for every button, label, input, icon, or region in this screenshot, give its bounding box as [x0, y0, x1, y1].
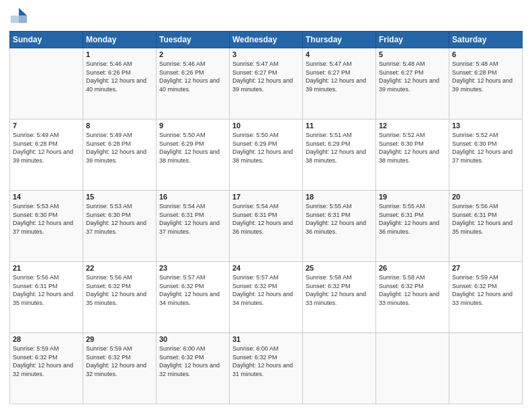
calendar-cell: 27Sunrise: 5:59 AMSunset: 6:32 PMDayligh…: [449, 262, 523, 333]
calendar-cell: [10, 48, 83, 120]
cell-info: Sunrise: 5:58 AMSunset: 6:32 PMDaylight:…: [379, 273, 446, 307]
day-number: 20: [452, 193, 519, 201]
cell-info: Sunrise: 6:00 AMSunset: 6:32 PMDaylight:…: [159, 345, 226, 378]
calendar-body: 1Sunrise: 5:46 AMSunset: 6:26 PMDaylight…: [10, 48, 523, 404]
cell-info: Sunrise: 5:46 AMSunset: 6:26 PMDaylight:…: [86, 60, 153, 93]
calendar-cell: 14Sunrise: 5:53 AMSunset: 6:30 PMDayligh…: [10, 191, 83, 262]
day-number: 21: [13, 264, 80, 272]
calendar-cell: 24Sunrise: 5:57 AMSunset: 6:32 PMDayligh…: [230, 262, 303, 333]
calendar-cell: 10Sunrise: 5:50 AMSunset: 6:29 PMDayligh…: [230, 120, 303, 191]
day-header-monday: Monday: [83, 32, 157, 48]
calendar-cell: 28Sunrise: 5:59 AMSunset: 6:32 PMDayligh…: [10, 333, 83, 404]
cell-info: Sunrise: 5:52 AMSunset: 6:30 PMDaylight:…: [452, 131, 519, 165]
header: [9, 7, 523, 26]
cell-info: Sunrise: 5:49 AMSunset: 6:28 PMDaylight:…: [13, 131, 80, 165]
calendar-cell: 26Sunrise: 5:58 AMSunset: 6:32 PMDayligh…: [376, 262, 449, 333]
day-number: 5: [379, 50, 446, 58]
cell-info: Sunrise: 5:59 AMSunset: 6:32 PMDaylight:…: [452, 273, 519, 307]
calendar-cell: [449, 333, 523, 404]
calendar-cell: 18Sunrise: 5:55 AMSunset: 6:31 PMDayligh…: [303, 191, 376, 262]
cell-info: Sunrise: 5:48 AMSunset: 6:27 PMDaylight:…: [379, 60, 446, 93]
calendar-cell: 9Sunrise: 5:50 AMSunset: 6:29 PMDaylight…: [157, 120, 230, 191]
calendar-cell: [303, 333, 376, 404]
day-number: 8: [86, 122, 153, 130]
cell-info: Sunrise: 5:50 AMSunset: 6:29 PMDaylight:…: [232, 131, 300, 165]
calendar-cell: 19Sunrise: 5:55 AMSunset: 6:31 PMDayligh…: [376, 191, 449, 262]
day-number: 29: [86, 335, 153, 343]
day-header-sunday: Sunday: [10, 32, 83, 48]
svg-marker-2: [11, 15, 19, 23]
day-number: 10: [232, 122, 300, 130]
cell-info: Sunrise: 5:48 AMSunset: 6:28 PMDaylight:…: [452, 60, 519, 93]
day-number: 30: [159, 335, 226, 343]
day-number: 19: [379, 193, 446, 201]
day-number: 17: [232, 193, 300, 201]
cell-info: Sunrise: 5:56 AMSunset: 6:32 PMDaylight:…: [86, 273, 153, 307]
calendar-cell: 20Sunrise: 5:56 AMSunset: 6:31 PMDayligh…: [449, 191, 523, 262]
calendar-cell: 23Sunrise: 5:57 AMSunset: 6:32 PMDayligh…: [157, 262, 230, 333]
day-header-row: SundayMondayTuesdayWednesdayThursdayFrid…: [10, 32, 523, 48]
cell-info: Sunrise: 5:49 AMSunset: 6:28 PMDaylight:…: [86, 131, 153, 165]
calendar-cell: 17Sunrise: 5:54 AMSunset: 6:31 PMDayligh…: [230, 191, 303, 262]
calendar-cell: 22Sunrise: 5:56 AMSunset: 6:32 PMDayligh…: [83, 262, 157, 333]
day-number: 13: [452, 122, 519, 130]
cell-info: Sunrise: 5:53 AMSunset: 6:30 PMDaylight:…: [86, 202, 153, 236]
calendar-cell: 13Sunrise: 5:52 AMSunset: 6:30 PMDayligh…: [449, 120, 523, 191]
day-number: 28: [13, 335, 80, 343]
day-number: 31: [232, 335, 300, 343]
svg-marker-0: [19, 8, 27, 15]
calendar-header: SundayMondayTuesdayWednesdayThursdayFrid…: [10, 32, 523, 48]
day-number: 23: [159, 264, 226, 272]
cell-info: Sunrise: 5:53 AMSunset: 6:30 PMDaylight:…: [13, 202, 80, 236]
calendar-cell: 30Sunrise: 6:00 AMSunset: 6:32 PMDayligh…: [157, 333, 230, 404]
calendar-cell: 1Sunrise: 5:46 AMSunset: 6:26 PMDaylight…: [83, 48, 157, 120]
page: SundayMondayTuesdayWednesdayThursdayFrid…: [0, 0, 532, 411]
day-header-saturday: Saturday: [449, 32, 523, 48]
week-row-1: 1Sunrise: 5:46 AMSunset: 6:26 PMDaylight…: [10, 48, 523, 120]
day-number: 18: [306, 193, 373, 201]
cell-info: Sunrise: 6:00 AMSunset: 6:32 PMDaylight:…: [232, 345, 300, 378]
day-number: 27: [452, 264, 519, 272]
day-header-wednesday: Wednesday: [230, 32, 303, 48]
cell-info: Sunrise: 5:59 AMSunset: 6:32 PMDaylight:…: [86, 345, 153, 378]
calendar-cell: 12Sunrise: 5:52 AMSunset: 6:30 PMDayligh…: [376, 120, 449, 191]
day-number: 22: [86, 264, 153, 272]
cell-info: Sunrise: 5:47 AMSunset: 6:27 PMDaylight:…: [306, 60, 373, 93]
logo-icon: [9, 7, 28, 26]
calendar-cell: 4Sunrise: 5:47 AMSunset: 6:27 PMDaylight…: [303, 48, 376, 120]
week-row-5: 28Sunrise: 5:59 AMSunset: 6:32 PMDayligh…: [10, 333, 523, 404]
cell-info: Sunrise: 5:55 AMSunset: 6:31 PMDaylight:…: [379, 202, 446, 236]
calendar-cell: 7Sunrise: 5:49 AMSunset: 6:28 PMDaylight…: [10, 120, 83, 191]
calendar-cell: 2Sunrise: 5:46 AMSunset: 6:26 PMDaylight…: [157, 48, 230, 120]
cell-info: Sunrise: 5:55 AMSunset: 6:31 PMDaylight:…: [306, 202, 373, 236]
calendar-cell: 11Sunrise: 5:51 AMSunset: 6:29 PMDayligh…: [303, 120, 376, 191]
day-header-thursday: Thursday: [303, 32, 376, 48]
svg-marker-1: [19, 15, 27, 23]
calendar-cell: 6Sunrise: 5:48 AMSunset: 6:28 PMDaylight…: [449, 48, 523, 120]
day-number: 9: [159, 122, 226, 130]
cell-info: Sunrise: 5:54 AMSunset: 6:31 PMDaylight:…: [159, 202, 226, 236]
cell-info: Sunrise: 5:58 AMSunset: 6:32 PMDaylight:…: [306, 273, 373, 307]
calendar-cell: 8Sunrise: 5:49 AMSunset: 6:28 PMDaylight…: [83, 120, 157, 191]
calendar-cell: 16Sunrise: 5:54 AMSunset: 6:31 PMDayligh…: [157, 191, 230, 262]
calendar-cell: [376, 333, 449, 404]
cell-info: Sunrise: 5:46 AMSunset: 6:26 PMDaylight:…: [159, 60, 226, 93]
day-number: 26: [379, 264, 446, 272]
cell-info: Sunrise: 5:57 AMSunset: 6:32 PMDaylight:…: [232, 273, 300, 307]
week-row-2: 7Sunrise: 5:49 AMSunset: 6:28 PMDaylight…: [10, 120, 523, 191]
cell-info: Sunrise: 5:52 AMSunset: 6:30 PMDaylight:…: [379, 131, 446, 165]
cell-info: Sunrise: 5:59 AMSunset: 6:32 PMDaylight:…: [13, 345, 80, 378]
cell-info: Sunrise: 5:51 AMSunset: 6:29 PMDaylight:…: [306, 131, 373, 165]
cell-info: Sunrise: 5:50 AMSunset: 6:29 PMDaylight:…: [159, 131, 226, 165]
day-number: 3: [232, 50, 300, 58]
day-number: 12: [379, 122, 446, 130]
calendar-cell: 15Sunrise: 5:53 AMSunset: 6:30 PMDayligh…: [83, 191, 157, 262]
cell-info: Sunrise: 5:56 AMSunset: 6:31 PMDaylight:…: [452, 202, 519, 236]
cell-info: Sunrise: 5:56 AMSunset: 6:31 PMDaylight:…: [13, 273, 80, 307]
day-number: 14: [13, 193, 80, 201]
calendar-cell: 31Sunrise: 6:00 AMSunset: 6:32 PMDayligh…: [230, 333, 303, 404]
day-number: 4: [306, 50, 373, 58]
calendar-cell: 29Sunrise: 5:59 AMSunset: 6:32 PMDayligh…: [83, 333, 157, 404]
day-number: 2: [159, 50, 226, 58]
day-number: 1: [86, 50, 153, 58]
